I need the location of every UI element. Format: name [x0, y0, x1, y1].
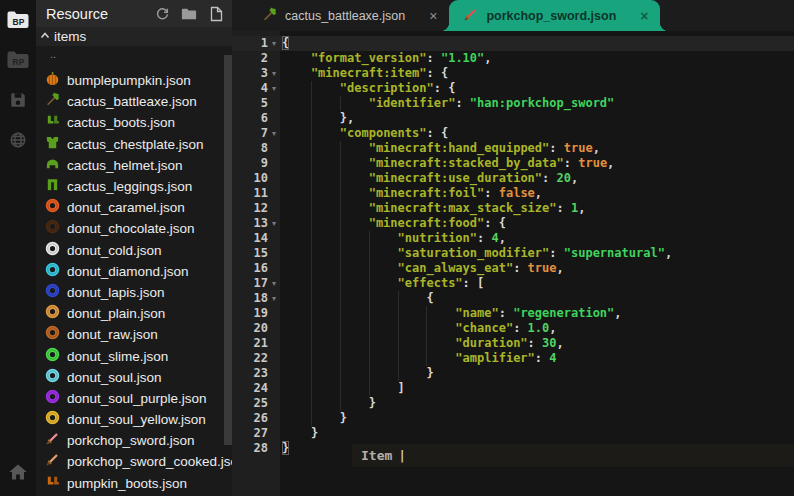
scrollbar-thumb[interactable]	[224, 55, 232, 445]
file-row[interactable]: porkchop_sword_cooked.json	[36, 451, 232, 472]
close-icon[interactable]: ×	[429, 9, 437, 23]
file-name: bumplepumpkin.json	[67, 73, 191, 88]
file-row[interactable]: donut_cold.json	[36, 240, 232, 261]
token-p: }	[340, 411, 347, 425]
file-row[interactable]: donut_chocolate.json	[36, 218, 232, 239]
file-row[interactable]: cactus_helmet.json	[36, 155, 232, 176]
file-row[interactable]: donut_soul.json	[36, 367, 232, 388]
token-k: "minecraft:hand_equipped"	[369, 141, 550, 155]
file-row[interactable]: pumpkin_boots.json	[36, 473, 232, 494]
code-line[interactable]: 25}	[232, 396, 794, 411]
code-line[interactable]: 19"name": "regeneration",	[232, 306, 794, 321]
activity-item-behavior-pack[interactable]: BP	[6, 12, 30, 32]
code-line[interactable]: 13▾"minecraft:food": {	[232, 216, 794, 231]
file-row[interactable]: cactus_battleaxe.json	[36, 91, 232, 112]
code-line[interactable]: 21"duration": 30,	[232, 336, 794, 351]
new-file-icon[interactable]	[208, 6, 224, 22]
line-content: "duration": 30,	[280, 336, 564, 351]
explorer-header: Resource	[36, 0, 232, 27]
refresh-icon[interactable]	[154, 6, 170, 22]
code-editor[interactable]: Item | 1▾{2"format_version": "1.10",3▾"m…	[232, 31, 794, 496]
code-line[interactable]: 3▾"minecraft:item": {	[232, 66, 794, 81]
code-line[interactable]: 16"can_always_eat": true,	[232, 261, 794, 276]
fold-arrow-icon[interactable]: ▾	[268, 81, 280, 96]
file-row[interactable]: donut_caramel.json	[36, 197, 232, 218]
donut-file-icon	[45, 304, 60, 323]
file-row[interactable]: cactus_chestplate.json	[36, 134, 232, 155]
indent-guide	[282, 366, 311, 381]
file-name: porkchop_sword_cooked.json	[67, 454, 232, 469]
code-line[interactable]: 7▾"components": {	[232, 126, 794, 141]
tab-porkchop-sword[interactable]: porkchop_sword.json×	[449, 0, 660, 31]
activity-item-resource-pack[interactable]: RP	[6, 52, 30, 72]
tab-cactus-battleaxe[interactable]: cactus_battleaxe.json×	[248, 0, 449, 31]
indent-guide	[311, 336, 340, 351]
code-line[interactable]: 17▾"effects": [	[232, 276, 794, 291]
code-line[interactable]: 5"identifier": "han:porkchop_sword"	[232, 96, 794, 111]
file-name: donut_plain.json	[67, 306, 165, 321]
file-row[interactable]: donut_diamond.json	[36, 261, 232, 282]
code-line[interactable]: 22"amplifier": 4	[232, 351, 794, 366]
token-s: "1.10"	[441, 51, 484, 65]
file-row[interactable]: bumplepumpkin.json	[36, 70, 232, 91]
indent-guide	[398, 291, 427, 306]
file-row[interactable]: donut_soul_yellow.json	[36, 409, 232, 430]
fold-arrow-icon[interactable]: ▾	[268, 276, 280, 291]
close-icon[interactable]: ×	[640, 9, 648, 23]
indent-guide	[282, 396, 311, 411]
code-line[interactable]: 1▾{	[232, 36, 794, 51]
code-line[interactable]: 12"minecraft:max_stack_size": 1,	[232, 201, 794, 216]
token-p: ,	[557, 261, 564, 275]
code-line[interactable]: 20"chance": 1.0,	[232, 321, 794, 336]
activity-item-globe[interactable]	[6, 132, 30, 152]
sword-tab-icon	[463, 7, 478, 25]
code-line[interactable]: 6},	[232, 111, 794, 126]
file-row[interactable]: donut_raw.json	[36, 324, 232, 345]
line-number: 6	[232, 111, 268, 126]
file-row[interactable]: donut_plain.json	[36, 303, 232, 324]
code-line[interactable]: 4▾"description": {	[232, 81, 794, 96]
file-name: donut_cold.json	[67, 243, 162, 258]
indent-guide	[426, 321, 455, 336]
code-line[interactable]: 24]	[232, 381, 794, 396]
code-line[interactable]: 9"minecraft:stacked_by_data": true,	[232, 156, 794, 171]
fold-arrow-icon[interactable]: ▾	[268, 216, 280, 231]
token-p: }	[311, 426, 318, 440]
line-content: }	[280, 411, 347, 426]
completion-popup[interactable]: Item |	[352, 444, 794, 467]
fold-spacer	[268, 141, 280, 156]
file-row[interactable]: cactus_leggings.json	[36, 176, 232, 197]
code-line[interactable]: 10"minecraft:use_duration": 20,	[232, 171, 794, 186]
code-line[interactable]: 23}	[232, 366, 794, 381]
tab-label: porkchop_sword.json	[486, 9, 616, 23]
fold-arrow-icon[interactable]: ▾	[268, 126, 280, 141]
code-line[interactable]: 18▾{	[232, 291, 794, 306]
file-name: donut_soul_yellow.json	[67, 412, 206, 427]
line-content: }	[280, 426, 318, 441]
code-line[interactable]: 15"saturation_modifier": "supernatural",	[232, 246, 794, 261]
code-line[interactable]: 8"minecraft:hand_equipped": true,	[232, 141, 794, 156]
fold-spacer	[268, 156, 280, 171]
file-row[interactable]: donut_lapis.json	[36, 282, 232, 303]
code-line[interactable]: 27}	[232, 426, 794, 441]
fold-arrow-icon[interactable]: ▾	[268, 291, 280, 306]
file-row[interactable]: donut_soul_purple.json	[36, 388, 232, 409]
indent-guide	[340, 231, 369, 246]
fold-spacer	[268, 351, 280, 366]
line-content: },	[280, 111, 354, 126]
folder-breadcrumb-items[interactable]: items	[36, 27, 232, 46]
file-row[interactable]: porkchop_sword.json	[36, 430, 232, 451]
fold-arrow-icon[interactable]: ▾	[268, 66, 280, 81]
code-line[interactable]: 26}	[232, 411, 794, 426]
line-content: "name": "regeneration",	[280, 306, 622, 321]
activity-item-home[interactable]	[0, 464, 36, 484]
fold-arrow-icon[interactable]: ▾	[268, 36, 280, 51]
file-row[interactable]: donut_slime.json	[36, 345, 232, 366]
new-folder-icon[interactable]	[181, 6, 197, 22]
activity-item-save[interactable]	[6, 92, 30, 112]
code-line[interactable]: 11"minecraft:foil": false,	[232, 186, 794, 201]
code-line[interactable]: 2"format_version": "1.10",	[232, 51, 794, 66]
file-row[interactable]: cactus_boots.json	[36, 112, 232, 133]
parent-dir-item[interactable]: ..	[36, 46, 232, 64]
code-line[interactable]: 14"nutrition": 4,	[232, 231, 794, 246]
